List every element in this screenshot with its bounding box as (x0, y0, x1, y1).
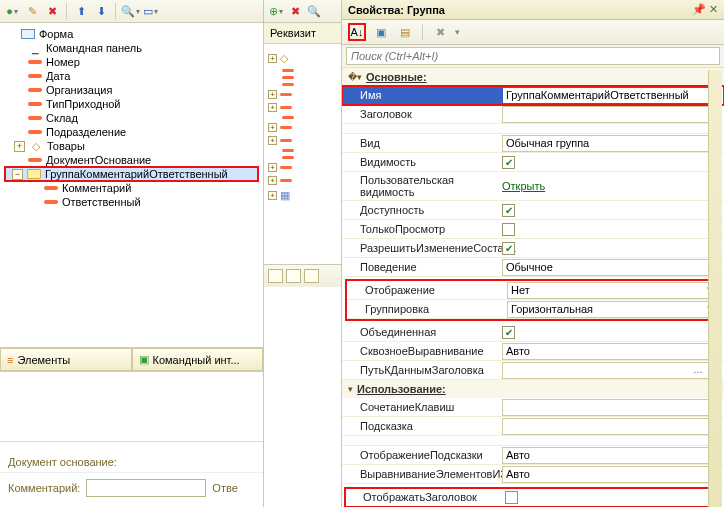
comment-label: Комментарий: (8, 482, 80, 494)
collapse-toggle[interactable]: − (12, 169, 23, 180)
clear-button[interactable]: ✖ (431, 23, 449, 41)
tree-item[interactable]: Номер (4, 55, 259, 69)
prop-title[interactable]: Заголовок (342, 105, 724, 124)
delete-icon[interactable]: ✖ (287, 3, 303, 19)
list-item[interactable]: + (264, 121, 341, 134)
prop-hint[interactable]: Подсказка (342, 417, 724, 436)
user-visibility-link[interactable]: Открыть (502, 180, 545, 192)
tree-root[interactable]: Форма (4, 27, 259, 41)
tree-item[interactable]: Подразделение (4, 125, 259, 139)
grouping-select[interactable]: Горизонтальная (507, 301, 715, 318)
list-item[interactable] (264, 154, 341, 161)
delete-icon[interactable]: ✖ (44, 3, 60, 19)
prop-readonly[interactable]: ТолькоПросмотр (342, 220, 724, 239)
category-button[interactable]: ▣ (372, 23, 390, 41)
united-checkbox[interactable]: ✔ (502, 326, 515, 339)
tree-item[interactable]: ТипПриходной (4, 97, 259, 111)
hint-display-select[interactable]: Авто (502, 447, 720, 464)
list-item[interactable] (264, 67, 341, 74)
edit-icon[interactable]: ✎ (24, 3, 40, 19)
thumb-icon[interactable] (286, 269, 301, 283)
tree-item[interactable]: Ответственный (4, 195, 259, 209)
prop-kind[interactable]: Вид Обычная группа (342, 134, 724, 153)
down-icon[interactable]: ⬇ (93, 3, 109, 19)
prop-availability[interactable]: Доступность ✔ (342, 201, 724, 220)
hotkey-input[interactable] (502, 399, 720, 416)
mid-footer (264, 264, 341, 287)
tree-item[interactable]: Комментарий (4, 181, 259, 195)
tree-item[interactable]: ⎯Командная панель (4, 41, 259, 55)
behavior-select[interactable]: Обычное (502, 259, 720, 276)
prop-behavior[interactable]: Поведение Обычное (342, 258, 724, 277)
thumb-icon[interactable] (304, 269, 319, 283)
folder-icon (27, 169, 41, 179)
expand-toggle[interactable]: + (14, 141, 25, 152)
list-item[interactable] (264, 74, 341, 81)
tree-item[interactable]: +◇Товары (4, 139, 259, 153)
availability-checkbox[interactable]: ✔ (502, 204, 515, 217)
title-input[interactable] (502, 106, 720, 123)
list-icon[interactable]: ▭ (142, 3, 158, 19)
list-item[interactable]: + (264, 174, 341, 187)
show-title-checkbox[interactable] (505, 491, 518, 504)
tree-root-label: Форма (39, 28, 73, 40)
prop-hint-display[interactable]: ОтображениеПодсказки Авто (342, 446, 724, 465)
section-main[interactable]: �▾Основные: (342, 68, 724, 86)
prop-name[interactable]: Имя (342, 86, 724, 105)
prop-align-elements[interactable]: ВыравниваниеЭлементовИЗаголовка Авто (342, 465, 724, 484)
allowchange-checkbox[interactable]: ✔ (502, 242, 515, 255)
align-elements-select[interactable]: Авто (502, 466, 720, 483)
prop-visibility[interactable]: Видимость ✔ (342, 153, 724, 172)
tree-item[interactable]: Дата (4, 69, 259, 83)
prop-allow-change[interactable]: РазрешитьИзменениеСостава ✔ (342, 239, 724, 258)
search-input[interactable] (346, 47, 720, 65)
thumb-icon[interactable] (268, 269, 283, 283)
sort-az-button[interactable]: A↓ (348, 23, 366, 41)
properties-body: �▾Основные: Имя Заголовок Вид Обычная гр… (342, 68, 724, 507)
prop-united[interactable]: Объединенная ✔ (342, 323, 724, 342)
tab-command-interface[interactable]: ▣Командный инт... (132, 348, 264, 371)
tree-item[interactable]: Склад (4, 111, 259, 125)
attributes-header: Реквизит (264, 23, 341, 44)
up-icon[interactable]: ⬆ (73, 3, 89, 19)
prop-user-visibility[interactable]: Пользовательская видимость Открыть (342, 172, 724, 201)
add-icon[interactable]: ● (4, 3, 20, 19)
through-select[interactable]: Авто (502, 343, 720, 360)
list-item[interactable]: + (264, 161, 341, 174)
prop-show-title[interactable]: ОтображатьЗаголовок (345, 488, 721, 507)
list-item[interactable]: +◇ (264, 50, 341, 67)
events-button[interactable]: ▤ (396, 23, 414, 41)
display-select[interactable]: Нет (507, 282, 715, 299)
name-input[interactable] (502, 87, 720, 104)
prop-through-align[interactable]: СквозноеВыравнивание Авто (342, 342, 724, 361)
add-icon[interactable]: ⊕ (268, 3, 284, 19)
prop-title-path[interactable]: ПутьКДаннымЗаголовка (342, 361, 724, 380)
tab-elements[interactable]: ≡Элементы (0, 348, 132, 371)
list-item[interactable]: +▦ (264, 187, 341, 204)
list-item[interactable] (264, 147, 341, 154)
find-icon[interactable]: 🔍 (306, 3, 322, 19)
list-item[interactable] (264, 114, 341, 121)
prop-grouping[interactable]: Группировка Горизонтальная (347, 300, 719, 319)
tree-item[interactable]: ДокументОснование (4, 153, 259, 167)
tree-item-group[interactable]: − ГруппаКомментарийОтветственный (4, 166, 259, 182)
comment-input[interactable] (86, 479, 206, 497)
section-usage[interactable]: ▾Использование: (342, 380, 724, 398)
find-icon[interactable]: 🔍 (122, 3, 138, 19)
kind-select[interactable]: Обычная группа (502, 135, 720, 152)
readonly-checkbox[interactable] (502, 223, 515, 236)
titlepath-input[interactable] (502, 362, 720, 379)
scrollbar[interactable] (708, 70, 722, 507)
visibility-checkbox[interactable]: ✔ (502, 156, 515, 169)
list-item[interactable]: + (264, 88, 341, 101)
tree-item[interactable]: Организация (4, 83, 259, 97)
list-item[interactable]: + (264, 134, 341, 147)
command-icon: ▣ (139, 353, 149, 366)
prop-hotkey[interactable]: СочетаниеКлавиш (342, 398, 724, 417)
hint-input[interactable] (502, 418, 720, 435)
properties-title-bar: Свойства: Группа 📌 ✕ (342, 0, 724, 20)
prop-display[interactable]: Отображение Нет (347, 281, 719, 300)
list-item[interactable] (264, 81, 341, 88)
list-item[interactable]: + (264, 101, 341, 114)
pin-icon[interactable]: 📌 ✕ (692, 3, 718, 16)
